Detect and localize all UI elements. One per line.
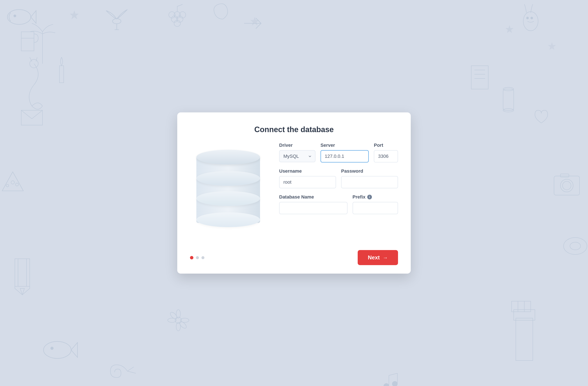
- password-group: Password: [341, 168, 398, 188]
- svg-point-10: [169, 12, 175, 18]
- svg-point-31: [175, 317, 182, 323]
- svg-point-40: [51, 347, 53, 349]
- driver-label: Driver: [279, 142, 315, 148]
- pagination-dot-2: [196, 256, 199, 259]
- svg-point-60: [6, 184, 9, 187]
- port-label: Port: [374, 142, 398, 148]
- pagination-dot-1: [190, 256, 193, 259]
- svg-point-48: [392, 381, 397, 386]
- username-label: Username: [279, 168, 336, 174]
- password-input[interactable]: [341, 176, 398, 188]
- svg-point-0: [7, 10, 31, 24]
- driver-select[interactable]: MySQL PostgreSQL SQLite SQL Server: [279, 150, 315, 162]
- svg-rect-21: [21, 110, 42, 125]
- driver-group: Driver MySQL PostgreSQL SQLite SQL Serve…: [279, 142, 315, 162]
- modal-title: Connect the database: [177, 112, 411, 142]
- svg-point-2: [14, 15, 16, 17]
- svg-point-3: [30, 59, 38, 68]
- svg-point-14: [177, 16, 183, 22]
- svg-point-67: [570, 242, 581, 250]
- db-illustration-area: [190, 142, 271, 237]
- svg-rect-28: [503, 89, 514, 110]
- server-group: Server: [320, 142, 369, 162]
- svg-rect-62: [554, 176, 580, 195]
- svg-point-63: [560, 179, 573, 192]
- svg-line-57: [2, 172, 13, 191]
- svg-rect-42: [514, 310, 535, 320]
- prefix-input[interactable]: [353, 202, 398, 214]
- modal-footer: Next →: [177, 246, 411, 274]
- svg-rect-65: [560, 174, 569, 177]
- svg-point-32: [176, 310, 180, 318]
- form-row-db: Database Name Prefix i: [279, 194, 398, 214]
- svg-point-61: [16, 183, 19, 186]
- prefix-label: Prefix i: [353, 194, 398, 200]
- svg-point-15: [174, 20, 180, 26]
- svg-point-30: [503, 109, 514, 112]
- svg-line-51: [389, 373, 397, 375]
- svg-point-38: [43, 342, 71, 358]
- database-name-input[interactable]: [279, 202, 348, 214]
- modal-dialog: Connect the database: [177, 112, 411, 274]
- port-group: Port: [374, 142, 398, 162]
- svg-point-12: [179, 12, 186, 18]
- server-input[interactable]: [320, 150, 369, 162]
- username-group: Username: [279, 168, 336, 188]
- pagination-dot-3: [201, 256, 204, 259]
- svg-point-11: [174, 12, 180, 18]
- svg-rect-20: [60, 66, 64, 83]
- svg-point-33: [176, 322, 180, 331]
- form-row-connection: Driver MySQL PostgreSQL SQLite SQL Serve…: [279, 142, 398, 162]
- svg-point-17: [523, 12, 538, 31]
- next-button[interactable]: Next →: [358, 250, 398, 265]
- svg-rect-22: [21, 32, 34, 51]
- svg-point-66: [564, 237, 587, 254]
- svg-marker-5: [70, 11, 79, 19]
- svg-point-34: [168, 318, 176, 322]
- svg-marker-54: [20, 289, 24, 295]
- svg-marker-39: [71, 343, 78, 357]
- pagination-dots: [190, 256, 204, 259]
- svg-point-47: [384, 384, 389, 386]
- next-button-label: Next: [368, 254, 380, 261]
- database-form: Driver MySQL PostgreSQL SQLite SQL Serve…: [271, 142, 398, 237]
- database-name-label: Database Name: [279, 194, 348, 200]
- svg-point-13: [171, 16, 178, 22]
- svg-point-9: [112, 19, 121, 24]
- prefix-info-icon[interactable]: i: [367, 195, 372, 199]
- svg-rect-45: [524, 301, 531, 312]
- svg-line-58: [13, 172, 23, 191]
- password-label: Password: [341, 168, 398, 174]
- modal-body: Driver MySQL PostgreSQL SQLite SQL Serve…: [177, 142, 411, 246]
- svg-marker-8: [548, 42, 556, 50]
- svg-point-29: [503, 87, 514, 91]
- port-input[interactable]: [374, 150, 398, 162]
- svg-rect-41: [516, 318, 533, 361]
- prefix-group: Prefix i: [353, 194, 398, 214]
- svg-point-59: [11, 181, 14, 184]
- svg-rect-43: [512, 301, 518, 312]
- svg-point-36: [169, 311, 178, 320]
- arrow-right-icon: →: [383, 255, 388, 261]
- svg-rect-24: [471, 66, 488, 89]
- svg-point-35: [180, 318, 189, 322]
- database-name-group: Database Name: [279, 194, 348, 214]
- svg-marker-6: [251, 17, 259, 25]
- svg-point-37: [179, 320, 188, 329]
- username-input[interactable]: [279, 176, 336, 188]
- svg-marker-1: [31, 11, 36, 23]
- svg-point-64: [563, 181, 571, 190]
- svg-marker-7: [506, 25, 513, 33]
- svg-point-19: [531, 17, 533, 19]
- svg-marker-52: [15, 259, 30, 295]
- server-label: Server: [320, 142, 369, 148]
- db-illustration: [196, 150, 264, 230]
- svg-point-18: [526, 17, 528, 19]
- svg-rect-44: [518, 301, 524, 312]
- form-row-auth: Username Password: [279, 168, 398, 188]
